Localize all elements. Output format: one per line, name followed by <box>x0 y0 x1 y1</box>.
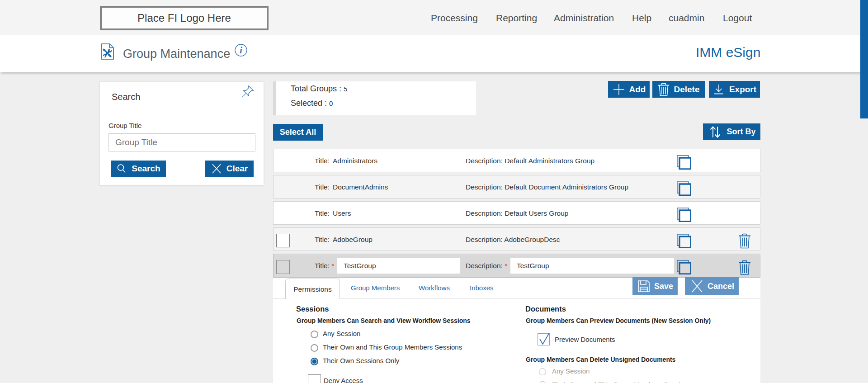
svg-text:i: i <box>240 45 242 55</box>
